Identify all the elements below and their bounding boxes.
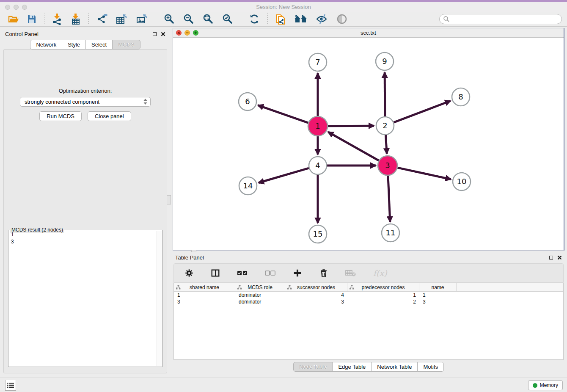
table-panel-header: Table Panel <box>173 252 564 262</box>
graph-edge-3-10[interactable] <box>397 168 451 179</box>
export-image-button[interactable] <box>134 12 151 26</box>
column-label: name <box>431 284 444 290</box>
task-history-button[interactable] <box>5 380 16 391</box>
optimization-criterion-label: Optimization criterion: <box>4 88 167 94</box>
graph-edge-3-11[interactable] <box>388 176 390 222</box>
close-panel-icon[interactable] <box>161 32 165 36</box>
column-label: predecessor nodes <box>361 284 405 290</box>
column-header-MCDS-role[interactable]: MCDS role <box>235 283 285 291</box>
table-cell[interactable]: 3 <box>419 298 457 305</box>
table-row[interactable]: 1dominator411 <box>174 292 563 298</box>
import-network-icon <box>52 13 63 25</box>
control-panel-header: Control Panel <box>3 29 168 39</box>
checked-boxes-icon <box>237 270 248 276</box>
eye-slash-button[interactable] <box>314 13 330 25</box>
eye-slash-icon <box>316 14 328 25</box>
add-column-button[interactable] <box>291 268 304 279</box>
graph-node-label-15: 15 <box>313 229 323 238</box>
select-all-columns-button[interactable] <box>235 269 250 277</box>
zoom-out-button[interactable] <box>181 12 197 26</box>
table-cell[interactable]: 1 <box>347 292 419 298</box>
toolbar-separator <box>241 13 241 25</box>
zoom-in-button[interactable] <box>161 12 177 26</box>
memory-status-icon <box>533 383 537 388</box>
graph-edge-4-14[interactable] <box>259 168 309 183</box>
column-header-predecessor-nodes[interactable]: predecessor nodes <box>347 283 419 291</box>
tab-motifs[interactable]: Motifs <box>417 362 444 372</box>
float-panel-icon[interactable] <box>549 256 553 259</box>
graph-edge-3-1[interactable] <box>328 132 379 160</box>
export-table-button[interactable] <box>113 12 130 26</box>
tab-network[interactable]: Network <box>30 40 62 50</box>
open-folder-icon <box>8 14 19 24</box>
clone-network-button[interactable] <box>273 12 288 26</box>
open-folder-button[interactable] <box>6 13 21 25</box>
network-graph[interactable]: 7968124314101511 <box>173 38 563 250</box>
table-cell[interactable]: dominator <box>235 298 285 305</box>
mcds-panel: Optimization criterion: strongly connect… <box>3 49 167 373</box>
tab-select[interactable]: Select <box>85 40 113 50</box>
refresh-button[interactable] <box>246 12 262 26</box>
graph-edge-2-8[interactable] <box>394 101 451 122</box>
tab-node-table[interactable]: Node Table <box>293 362 333 372</box>
toolbar-separator <box>267 13 268 25</box>
tab-edge-table[interactable]: Edge Table <box>332 362 372 372</box>
graph-edge-2-3[interactable] <box>385 135 387 154</box>
table-cell[interactable]: 2 <box>347 298 419 305</box>
graph-node-label-8: 8 <box>458 92 463 101</box>
delete-column-icon <box>345 269 356 277</box>
float-panel-icon[interactable] <box>153 32 157 36</box>
table-cell[interactable]: 3 <box>174 298 235 305</box>
tab-style[interactable]: Style <box>62 40 86 50</box>
panel-splitter[interactable] <box>169 27 170 378</box>
table-cell[interactable]: dominator <box>235 292 285 298</box>
criterion-select[interactable]: strongly connected component <box>20 97 151 107</box>
table-cell[interactable]: 4 <box>285 292 347 298</box>
result-scrollbar[interactable] <box>157 231 162 366</box>
zoom-fit-button[interactable] <box>200 12 216 26</box>
node-table[interactable]: shared nameMCDS rolesuccessor nodesprede… <box>173 283 564 360</box>
splitter-handle[interactable] <box>167 195 171 204</box>
homes-button[interactable] <box>292 13 310 25</box>
tab-mcds[interactable]: MCDS <box>112 40 140 50</box>
save-icon <box>27 14 37 24</box>
column-header-name[interactable]: name <box>419 283 457 291</box>
save-button[interactable] <box>25 13 39 25</box>
control-panel-title: Control Panel <box>5 31 153 37</box>
memory-button[interactable]: Memory <box>528 380 563 390</box>
import-table-button[interactable] <box>68 12 83 26</box>
deselect-all-columns-button[interactable] <box>263 269 278 277</box>
zoom-in-icon <box>163 13 175 25</box>
table-settings-button[interactable] <box>182 268 196 279</box>
network-canvas[interactable]: 7968124314101511 <box>173 38 564 250</box>
table-row[interactable]: 3dominator323 <box>174 298 563 305</box>
delete-column-button[interactable] <box>343 268 358 278</box>
close-panel-icon[interactable] <box>557 255 562 260</box>
graph-edge-1-2[interactable] <box>328 126 374 126</box>
search-input[interactable] <box>450 15 561 23</box>
main-area: Control Panel NetworkStyleSelectMCDS Opt… <box>0 27 567 378</box>
column-label: shared name <box>190 284 219 290</box>
import-network-button[interactable] <box>50 12 65 26</box>
graph-edge-2-9[interactable] <box>385 72 385 116</box>
table-cell[interactable]: 3 <box>285 298 347 305</box>
split-panel-button[interactable] <box>209 268 222 279</box>
column-header-successor-nodes[interactable]: successor nodes <box>285 283 347 291</box>
export-network-icon <box>96 13 108 25</box>
zoom-selected-button[interactable] <box>220 12 236 26</box>
column-header-shared-name[interactable]: shared name <box>174 283 235 291</box>
close-panel-button[interactable]: Close panel <box>88 111 131 121</box>
run-mcds-button[interactable]: Run MCDS <box>39 111 82 121</box>
apply-function-button[interactable]: f(x) <box>371 268 389 279</box>
tab-network-table[interactable]: Network Table <box>371 362 418 372</box>
mcds-result-list[interactable]: 13 <box>11 231 156 366</box>
graph-edge-1-6[interactable] <box>258 105 308 123</box>
delete-row-button[interactable] <box>317 268 330 279</box>
result-line: 3 <box>11 238 156 246</box>
export-network-button[interactable] <box>94 12 110 26</box>
table-cell[interactable]: 1 <box>174 292 235 298</box>
table-cell[interactable]: 1 <box>419 292 457 298</box>
graph-node-label-4: 4 <box>315 161 320 170</box>
eye-button[interactable] <box>334 13 350 25</box>
graph-node-label-6: 6 <box>245 97 250 106</box>
